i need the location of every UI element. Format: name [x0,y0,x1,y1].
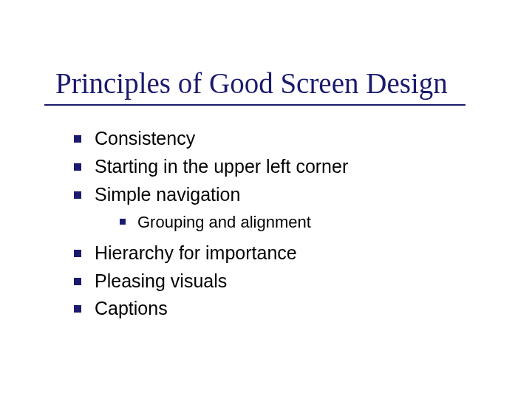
sub-list-container: Grouping and alignment [74,211,502,233]
bullet-text: Captions [95,296,168,321]
title-underline [44,104,466,106]
square-bullet-icon [120,219,126,225]
bullet-text: Hierarchy for importance [95,241,297,266]
square-bullet-icon [74,250,81,257]
sub-list-item: Grouping and alignment [120,211,502,233]
square-bullet-icon [74,135,81,143]
list-item: Starting in the upper left corner [74,154,502,180]
list-item: Hierarchy for importance [74,241,502,266]
bullet-text: Pleasing visuals [95,269,227,294]
square-bullet-icon [74,278,81,285]
bullet-text: Starting in the upper left corner [95,154,348,180]
bullet-text: Simple navigation [95,183,240,208]
bullet-list: Consistency Starting in the upper left c… [74,126,502,321]
sub-bullet-list: Grouping and alignment [120,211,502,233]
list-item: Consistency [74,126,502,151]
list-item: Captions [74,296,502,321]
slide-container: Principles of Good Screen Design Consist… [0,0,532,399]
square-bullet-icon [74,191,81,199]
square-bullet-icon [74,163,81,171]
list-item: Pleasing visuals [74,269,502,294]
bullet-text: Consistency [95,126,195,151]
square-bullet-icon [74,305,81,313]
list-item: Simple navigation [74,183,502,208]
sub-bullet-text: Grouping and alignment [137,211,311,233]
slide-title: Principles of Good Screen Design [55,66,502,100]
